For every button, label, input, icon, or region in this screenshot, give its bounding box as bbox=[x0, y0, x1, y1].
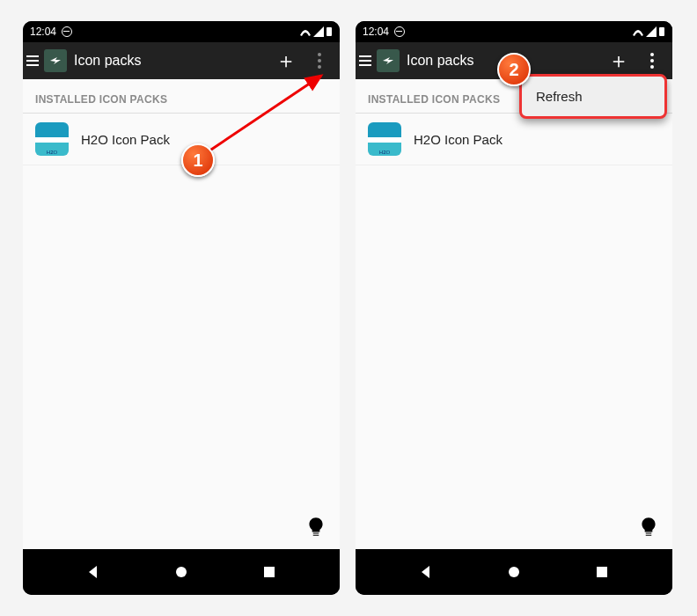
svg-rect-3 bbox=[659, 27, 664, 36]
status-bar: 12:04 bbox=[356, 21, 672, 42]
overflow-menu: Refresh bbox=[519, 74, 667, 119]
svg-rect-2 bbox=[264, 567, 275, 577]
lightbulb-icon[interactable] bbox=[637, 516, 660, 539]
phone-screenshot-2: 12:04 Icon packs ＋ INSTALLED ICON PACKS … bbox=[356, 21, 672, 595]
menu-icon[interactable] bbox=[23, 42, 42, 79]
app-bar: Icon packs ＋ bbox=[23, 42, 340, 79]
nav-recents-button[interactable] bbox=[584, 554, 620, 590]
app-title: Icon packs bbox=[74, 53, 269, 69]
dnd-icon bbox=[62, 26, 72, 37]
add-button[interactable]: ＋ bbox=[269, 42, 303, 79]
svg-point-1 bbox=[176, 567, 187, 577]
content-area: INSTALLED ICON PACKS H2O H2O Icon Pack bbox=[23, 79, 340, 549]
app-logo-icon bbox=[44, 49, 67, 72]
menu-item-refresh[interactable]: Refresh bbox=[522, 77, 664, 116]
plus-icon: ＋ bbox=[275, 50, 297, 71]
menu-icon[interactable] bbox=[356, 42, 375, 79]
overflow-button[interactable] bbox=[303, 42, 336, 79]
app-logo-icon bbox=[377, 49, 400, 72]
annotation-badge-2: 2 bbox=[497, 53, 531, 86]
more-vert-icon bbox=[318, 53, 321, 69]
plus-icon: ＋ bbox=[608, 50, 629, 71]
nav-home-button[interactable] bbox=[164, 554, 199, 590]
svg-rect-5 bbox=[597, 567, 607, 577]
status-time: 12:04 bbox=[30, 26, 56, 38]
nav-recents-button[interactable] bbox=[252, 554, 287, 590]
status-time: 12:04 bbox=[363, 26, 389, 38]
navigation-bar bbox=[356, 549, 672, 595]
annotation-badge-1: 1 bbox=[181, 143, 215, 177]
svg-rect-0 bbox=[326, 27, 332, 36]
status-bar: 12:04 bbox=[23, 21, 340, 42]
pack-name: H2O Icon Pack bbox=[414, 132, 503, 147]
pack-icon: H2O bbox=[35, 122, 69, 156]
nav-home-button[interactable] bbox=[496, 554, 532, 590]
status-icons bbox=[632, 26, 665, 37]
section-header: INSTALLED ICON PACKS bbox=[23, 79, 340, 114]
pack-icon: H2O bbox=[368, 122, 401, 156]
lightbulb-icon[interactable] bbox=[304, 516, 327, 539]
dnd-icon bbox=[394, 26, 405, 37]
icon-pack-item[interactable]: H2O H2O Icon Pack bbox=[356, 114, 672, 165]
nav-back-button[interactable] bbox=[408, 554, 444, 590]
navigation-bar bbox=[23, 549, 340, 595]
pack-name: H2O Icon Pack bbox=[81, 132, 170, 147]
content-area: INSTALLED ICON PACKS H2O H2O Icon Pack bbox=[356, 79, 672, 549]
svg-point-4 bbox=[509, 567, 519, 577]
phone-screenshot-1: 12:04 Icon packs ＋ INSTALLED ICON PACKS … bbox=[23, 21, 340, 595]
nav-back-button[interactable] bbox=[76, 554, 111, 590]
status-icons bbox=[299, 26, 333, 37]
more-vert-icon bbox=[650, 53, 654, 69]
